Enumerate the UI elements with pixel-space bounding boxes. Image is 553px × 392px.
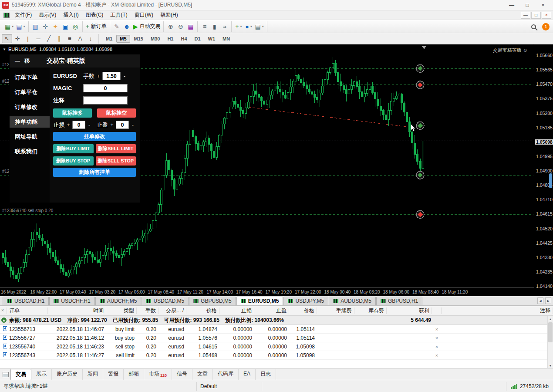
line-chart-button[interactable]: ≈ [219,21,229,31]
terminal-tab-7[interactable]: 信号 [172,369,192,380]
stoploss-increase-button[interactable]: + [67,122,70,128]
modify-pending-button[interactable]: 挂单修改 [53,132,136,141]
takeprofit-decrease-button[interactable]: - [131,122,135,128]
terminal-tab-3[interactable]: 新闻 [83,369,103,380]
zoom-in-button[interactable]: ⊕ [165,21,175,31]
delete-buy-stop-button[interactable]: 删除BUY STOP [53,156,94,166]
order-close-button[interactable]: × [432,335,442,341]
panel-menu-item-5[interactable]: 联系我们 [10,146,50,157]
indicators-button[interactable]: +▾ [233,21,243,31]
chart-tab-usdjpy-m5[interactable]: USDJPY,M5 [283,297,328,305]
tile-windows-button[interactable]: ▦ [185,21,196,31]
mdi-close-button[interactable]: × [542,12,551,19]
terminal-column-header[interactable]: 交易... / [158,308,186,314]
mdi-restore-button[interactable]: □ [531,12,541,19]
channel-icon[interactable]: ∥ [54,34,64,43]
terminal-tab-4[interactable]: 警报 [103,369,124,380]
chevron-down-icon[interactable]: ▼ [3,47,6,51]
chart-tab-usdchf-h1[interactable]: USDCHF,H1 [49,297,94,305]
chart-tab-usdcad-h1[interactable]: USDCAD,H1 [3,297,49,305]
terminal-tab-0[interactable]: 交易 [10,369,31,380]
timeframe-h1-button[interactable]: H1 [164,35,177,43]
autotrading-button[interactable]: ▶自动交易 [132,21,162,31]
terminal-column-header[interactable]: 止损 [219,308,254,314]
chart-tab-gbpusd-m5[interactable]: GBPUSD,M5 [189,297,236,305]
menubar-item-3[interactable]: 图表(C) [82,10,107,20]
terminal-tab-1[interactable]: 展示 [31,369,52,380]
stoploss-input[interactable] [72,121,85,129]
scroll-down-icon[interactable]: ▼ [548,363,553,368]
terminal-tab-2[interactable]: 账户历史 [52,369,83,380]
tabs-scroll-right-button[interactable]: ► [545,297,551,304]
terminal-column-header[interactable]: 订单 [7,308,48,314]
experts-button[interactable]: ☻ [122,21,132,31]
terminal-column-header[interactable]: 获利 [387,308,432,314]
timeframe-m5-button[interactable]: M5 [116,35,130,43]
lots-increase-button[interactable]: + [97,73,100,79]
order-close-button[interactable]: × [432,344,442,349]
lots-input[interactable] [102,72,121,80]
scrollbar-thumb[interactable] [548,322,553,342]
terminal-tab-10[interactable]: EA [239,369,256,380]
delete-buy-limit-button[interactable]: 删除BUY LIMIT [53,144,94,153]
terminal-column-header[interactable]: 价格 [289,308,317,314]
profiles-button[interactable]: ▤▾ [15,21,26,31]
strategy-tester-button[interactable]: ◎ [71,21,81,31]
chart-tab-gbpusd-h1[interactable]: GBPUSD,H1 [376,297,422,305]
terminal-tab-9[interactable]: 代码库 [213,369,239,380]
delete-sell-limit-button[interactable]: 删除SELL LIMIT [96,144,136,153]
terminal-tab-11[interactable]: 日志 [256,369,276,380]
panel-menu-item-2[interactable]: 订单修改 [10,101,50,113]
stoploss-decrease-button[interactable]: - [88,122,91,128]
price-scale[interactable]: 1.056601.055651.054701.053751.052801.051… [534,44,553,287]
periods-button[interactable]: ●▾ [243,21,253,31]
new-order-button[interactable]: +新订单 [84,21,108,31]
menubar-item-6[interactable]: 帮助(H) [157,10,182,20]
market-watch-button[interactable]: ▥ [30,21,40,31]
terminal-close-button[interactable]: × [1,308,4,313]
chart-tab-eurusd-m5[interactable]: EURUSD,M5 [236,297,283,305]
menubar-item-5[interactable]: 窗口(W) [131,10,157,20]
order-close-button[interactable]: × [432,353,442,358]
bars-chart-button[interactable]: ≡ [199,21,209,31]
chart-scrollbar-thumb[interactable] [549,173,552,188]
timeframe-d1-button[interactable]: D1 [191,35,204,43]
terminal-column-header[interactable]: 类型 [106,308,137,314]
timeframe-w1-button[interactable]: W1 [205,35,219,43]
terminal-tab-6[interactable]: 市场120 [144,369,172,380]
terminal-column-header[interactable]: 手数 [137,308,158,314]
vertical-line-icon[interactable]: | [23,34,33,43]
terminal-column-header[interactable]: 注释 [442,308,553,314]
terminal-scrollbar[interactable]: ▲ ▼ [547,316,553,368]
chart-tab-audchf-m5[interactable]: AUDCHF,M5 [95,297,142,305]
terminal-column-header[interactable]: 止盈 [254,308,289,314]
comment-input[interactable] [83,96,128,105]
cursor-icon[interactable]: ↖ [2,34,12,43]
timeframe-m30-button[interactable]: M30 [147,35,163,43]
terminal-column-header[interactable]: 时间 [48,308,106,314]
new-chart-button[interactable]: ▦▾ [3,21,15,31]
close-button[interactable]: × [535,1,551,10]
navigator-button[interactable]: ✦ [51,21,61,31]
mouse-sell-pending-button[interactable]: 鼠标挂空 [97,108,136,118]
mouse-buy-pending-button[interactable]: 鼠标挂多 [53,108,92,118]
terminal-column-header[interactable]: 手续费 [317,308,354,314]
terminal-column-header[interactable]: 价格 [186,308,219,314]
trade-panel-titlebar[interactable]: — 移 交易宝-精英版 [10,54,140,68]
terminal-tab-5[interactable]: 邮箱 [124,369,144,380]
fibonacci-icon[interactable]: ≡ [64,34,75,43]
menubar-item-1[interactable]: 显示(V) [35,10,60,20]
timeframe-mn-button[interactable]: MN [219,35,233,43]
zoom-out-button[interactable]: ⊖ [175,21,185,31]
scroll-up-icon[interactable]: ▲ [548,316,553,321]
mdi-minimize-button[interactable]: — [521,12,530,19]
timeframe-h4-button[interactable]: H4 [177,35,190,43]
timeframe-m1-button[interactable]: M1 [102,35,116,43]
chart-tab-audusd-m5[interactable]: AUDUSD,M5 [329,297,376,305]
status-profile[interactable]: Default [197,382,262,391]
panel-menu-item-3[interactable]: 挂单功能 [10,116,50,128]
tabs-scroll-left-button[interactable]: ◄ [537,297,543,304]
panel-move-handle[interactable]: 移 [24,57,30,65]
timeframe-m15-button[interactable]: M15 [131,35,147,43]
search-icon[interactable] [531,24,536,29]
